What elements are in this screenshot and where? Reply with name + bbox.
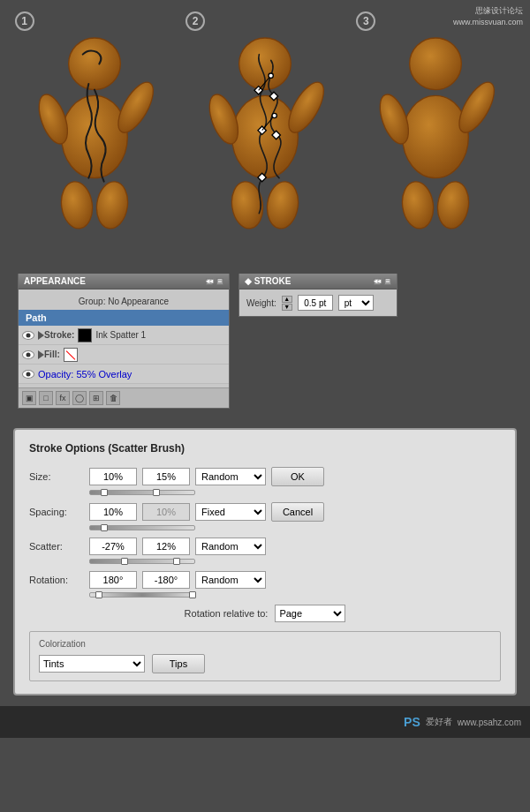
weight-input[interactable] — [298, 295, 333, 311]
stroke-panel-title: ◆ STROKE — [245, 276, 291, 286]
svg-point-24 — [452, 77, 501, 138]
spacing-slider-row — [29, 525, 501, 530]
stroke-color-swatch[interactable] — [78, 328, 92, 342]
fx-icon[interactable]: fx — [56, 391, 70, 405]
rotation-input-1[interactable] — [89, 571, 137, 589]
spacing-row: Spacing: Fixed Random Cancel — [29, 502, 501, 522]
stroke-appearance-row: Stroke: Ink Spatter 1 — [19, 326, 229, 345]
spacing-slider-thumb[interactable] — [101, 524, 108, 531]
spinner-down[interactable]: ▼ — [282, 304, 292, 311]
appearance-panel-title: APPEARANCE — [24, 276, 86, 286]
svg-point-1 — [61, 95, 127, 177]
panel-collapse-icon[interactable]: ◂◂ — [206, 278, 213, 285]
tips-button[interactable]: Tips — [152, 654, 205, 673]
spacing-label: Spacing: — [29, 507, 84, 517]
ps-logo: PS — [404, 715, 420, 729]
svg-point-7 — [232, 95, 299, 177]
stroke-titlebar-icons: ◂◂ ≡ — [374, 278, 391, 285]
weight-label: Weight: — [246, 298, 276, 308]
rotation-relative-select[interactable]: Page Path — [275, 605, 345, 622]
rotation-row: Rotation: Random Fixed — [29, 571, 501, 589]
appearance-panel-titlebar: APPEARANCE ◂◂ ≡ — [19, 274, 229, 289]
rotation-slider-thumb-right[interactable] — [189, 591, 196, 598]
spacing-input-1[interactable] — [89, 503, 137, 521]
figure-2: 2 — [194, 31, 336, 243]
fill-expand-icon[interactable] — [38, 350, 44, 359]
stroke-expand-icon[interactable] — [38, 331, 44, 340]
scatter-label: Scatter: — [29, 541, 84, 552]
cancel-button[interactable]: Cancel — [271, 502, 324, 522]
colorization-select[interactable]: Tints Tints and Shades Hue Shift None — [39, 655, 145, 673]
weight-unit-dropdown[interactable]: pt — [338, 295, 374, 311]
size-input-1[interactable] — [89, 468, 137, 485]
watermark-line1: 思缘设计论坛 — [453, 5, 523, 17]
step-number-1: 1 — [15, 11, 34, 31]
size-method-select[interactable]: Random Fixed — [195, 468, 266, 485]
panels-area: APPEARANCE ◂◂ ≡ Group: No Appearance Pat… — [0, 265, 530, 417]
svg-point-4 — [58, 180, 95, 231]
stroke-collapse-icon[interactable]: ◂◂ — [374, 278, 381, 285]
watermark-line2: www.missvuan.com — [453, 17, 523, 28]
rotation-slider-thumb-left[interactable] — [95, 591, 102, 598]
colorization-title: Colorization — [39, 639, 491, 649]
scatter-input-2[interactable] — [142, 538, 190, 555]
appearance-panel-body: Group: No Appearance Path Stroke: Ink Sp… — [19, 289, 229, 387]
rotation-input-2[interactable] — [142, 571, 190, 589]
colorization-row: Tints Tints and Shades Hue Shift None Ti… — [39, 654, 491, 673]
step-number-2: 2 — [186, 11, 205, 31]
fill-appearance-row: Fill: — [19, 345, 229, 365]
stroke-name: Ink Spatter 1 — [95, 330, 146, 340]
ps-site-label: 爱好者 — [426, 716, 452, 728]
fill-color-swatch[interactable] — [64, 348, 78, 362]
scatter-method-select[interactable]: Random Fixed — [195, 538, 266, 555]
gingerbread-figure-1 — [24, 31, 165, 243]
figures-area: 1 2 — [0, 0, 530, 265]
size-slider-thumb-left[interactable] — [101, 489, 108, 496]
scatter-input-1[interactable] — [89, 538, 137, 555]
svg-point-25 — [399, 180, 436, 231]
spacing-method-select[interactable]: Fixed Random — [195, 503, 266, 521]
delete-icon[interactable]: ◯ — [72, 391, 87, 405]
stroke-panel-titlebar: ◆ STROKE ◂◂ ≡ — [239, 274, 397, 289]
path-row: Path — [19, 310, 229, 326]
svg-point-0 — [68, 38, 120, 90]
scatter-slider-row — [29, 559, 501, 564]
stroke-panel: ◆ STROKE ◂◂ ≡ Weight: ▲ ▼ pt — [238, 274, 398, 317]
scatter-slider-thumb-left[interactable] — [121, 558, 128, 565]
size-input-2[interactable] — [142, 468, 190, 485]
svg-point-21 — [410, 38, 462, 90]
stroke-options-dialog: Stroke Options (Scatter Brush) Size: Ran… — [13, 428, 517, 695]
spacing-slider-track[interactable] — [89, 525, 195, 530]
duplicate-icon[interactable]: ⊞ — [89, 391, 103, 405]
ok-button[interactable]: OK — [271, 467, 324, 486]
rotation-label: Rotation: — [29, 575, 84, 585]
trash-icon[interactable]: 🗑 — [106, 391, 120, 405]
svg-point-19 — [269, 73, 273, 78]
rotation-slider-track[interactable] — [89, 592, 195, 598]
fill-visibility-icon[interactable] — [22, 350, 34, 359]
panel-menu-icon[interactable]: ≡ — [216, 278, 223, 285]
rotation-relative-label: Rotation relative to: — [185, 608, 269, 619]
scatter-slider-thumb-right[interactable] — [173, 558, 180, 565]
opacity-visibility-icon[interactable] — [22, 370, 34, 379]
stroke-visibility-icon[interactable] — [22, 331, 34, 340]
size-slider-track[interactable] — [89, 490, 195, 495]
size-slider-thumb-right[interactable] — [153, 489, 160, 496]
clear-icon[interactable]: □ — [39, 391, 53, 405]
spinner-up[interactable]: ▲ — [282, 296, 292, 303]
rotation-method-select[interactable]: Random Fixed — [195, 571, 266, 589]
scatter-slider-track[interactable] — [89, 559, 195, 564]
dialog-title: Stroke Options (Scatter Brush) — [29, 442, 501, 455]
add-new-icon[interactable]: ▣ — [22, 391, 36, 405]
stroke-panel-body: Weight: ▲ ▼ pt — [239, 289, 397, 316]
figure-3: 3 — [365, 31, 506, 243]
stroke-menu-icon[interactable]: ≡ — [384, 278, 391, 285]
svg-point-5 — [94, 180, 131, 231]
svg-point-26 — [435, 180, 472, 231]
scatter-row: Scatter: Random Fixed — [29, 538, 501, 555]
svg-point-9 — [282, 77, 330, 138]
rotation-relative-row: Rotation relative to: Page Path — [29, 605, 501, 622]
size-row: Size: Random Fixed OK — [29, 467, 501, 486]
appearance-titlebar-icons: ◂◂ ≡ — [206, 278, 223, 285]
svg-point-20 — [272, 113, 276, 117]
